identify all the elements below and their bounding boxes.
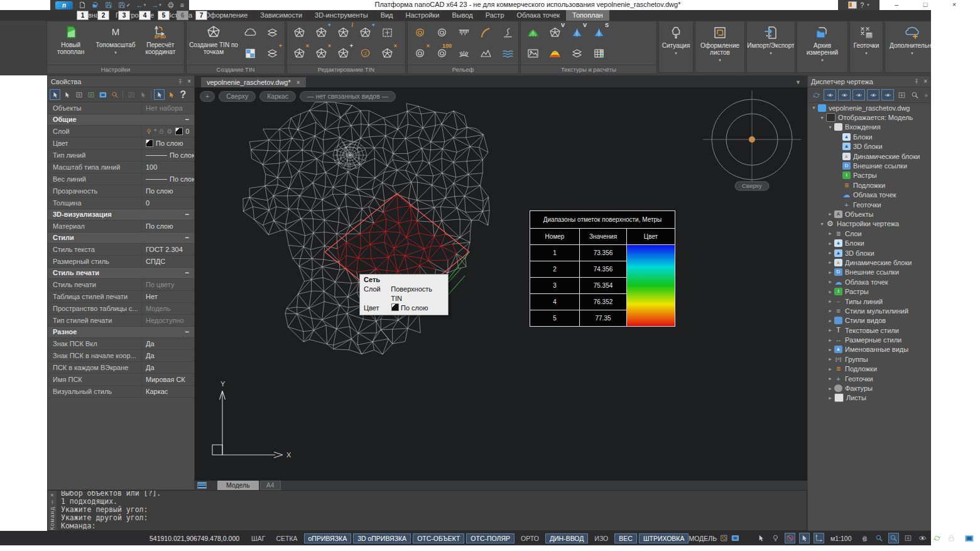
- toggle-отс-поляр[interactable]: ОТС-ПОЛЯР: [466, 533, 514, 543]
- property-value[interactable]: По слою: [142, 150, 194, 161]
- select-on-drawing-icon[interactable]: [896, 89, 907, 101]
- tree-item[interactable]: +Геоточки: [808, 200, 930, 209]
- tab-list-dropdown-icon[interactable]: ▼: [795, 79, 801, 87]
- property-value[interactable]: 0: [142, 197, 194, 209]
- paper-icon[interactable]: [731, 534, 739, 542]
- properties-section[interactable]: Стиль печати−: [48, 268, 194, 279]
- expand-closed-icon[interactable]: ▸: [827, 211, 834, 217]
- expand-closed-icon[interactable]: ▸: [827, 376, 834, 381]
- zoom-window-icon[interactable]: [888, 533, 899, 543]
- tree-item[interactable]: ▸↔Размерные стили: [808, 335, 930, 344]
- new-file-icon[interactable]: [79, 1, 86, 9]
- close-document-icon[interactable]: ×: [297, 79, 300, 86]
- property-value[interactable]: Нет: [142, 291, 194, 302]
- contour-delete-icon[interactable]: ×: [409, 43, 431, 63]
- toggle-вес[interactable]: ВЕС: [614, 533, 637, 543]
- property-value[interactable]: ГОСТ 2.304: [142, 244, 194, 255]
- tin-flip-edge-icon[interactable]: ×: [376, 43, 398, 63]
- property-value[interactable]: Мировая СК: [142, 374, 194, 385]
- clear-selection-icon[interactable]: [166, 89, 177, 100]
- property-value[interactable]: 100: [142, 161, 194, 173]
- expand-closed-icon[interactable]: ▸: [827, 250, 834, 256]
- tab-a4[interactable]: А4: [260, 481, 281, 490]
- tree-item[interactable]: ▸▲3D блоки: [808, 248, 930, 258]
- tab-вывод[interactable]: Вывод: [445, 10, 479, 21]
- find-icon[interactable]: [909, 89, 920, 101]
- property-value[interactable]: *0: [142, 126, 194, 137]
- tin-delete-point-icon[interactable]: ×: [288, 43, 310, 63]
- viewport-linked-views[interactable]: — нет связанных видов —: [300, 91, 396, 102]
- command-prompt[interactable]: Команда:: [61, 522, 807, 530]
- help-icon[interactable]: ?: [178, 89, 188, 100]
- apply-selection-icon[interactable]: [138, 89, 148, 100]
- property-value[interactable]: Каркас: [142, 386, 194, 397]
- contour-label-icon[interactable]: [431, 22, 453, 43]
- select-group-icon[interactable]: [126, 89, 136, 100]
- toggle-опривязка[interactable]: оПРИВЯЗКА: [304, 533, 352, 543]
- nanocad-logo-icon[interactable]: n: [55, 1, 73, 9]
- sheet-list-icon[interactable]: [195, 482, 209, 489]
- tin-boundary-icon[interactable]: [288, 22, 310, 43]
- tree-item[interactable]: DВнешние ссылки: [808, 161, 930, 170]
- toggle-шаг[interactable]: ШАГ: [247, 533, 270, 543]
- tree-item[interactable]: ▾Вхождения: [808, 123, 930, 132]
- property-value[interactable]: Нет набора: [142, 102, 194, 114]
- refresh-icon[interactable]: [810, 89, 822, 101]
- tab-вид[interactable]: Вид: [374, 10, 400, 21]
- show-blocks-icon[interactable]: [838, 89, 851, 101]
- tree-item[interactable]: ▾Отображается: Модель: [808, 112, 930, 122]
- property-value[interactable]: По слою: [142, 173, 194, 185]
- tree-item[interactable]: ▸Стили видов: [808, 316, 930, 325]
- close-panel-icon[interactable]: ×: [923, 78, 927, 85]
- pin-icon[interactable]: [913, 79, 920, 85]
- property-value[interactable]: Да: [142, 350, 194, 361]
- property-value[interactable]: Да: [142, 362, 194, 373]
- collapse-icon[interactable]: −: [185, 209, 189, 220]
- create-tin-by-points-button[interactable]: Создание TIN по точкам: [188, 22, 239, 65]
- expand-closed-icon[interactable]: ▸: [827, 318, 834, 324]
- volume-between-icon[interactable]: V: [566, 22, 588, 43]
- select-crossing-icon[interactable]: [85, 89, 96, 100]
- expand-closed-icon[interactable]: ▸: [827, 270, 834, 275]
- property-value[interactable]: По слою: [142, 221, 194, 232]
- water-flow-icon[interactable]: [497, 43, 519, 63]
- drawing-canvas[interactable]: Сверху Y X + Сверху Каркас — нет связанн…: [195, 87, 807, 481]
- tree-item[interactable]: ▸DВнешние ссылки: [808, 268, 930, 277]
- layout-icon[interactable]: [720, 534, 728, 542]
- tin-wireframe[interactable]: [243, 102, 489, 354]
- pin-icon[interactable]: [50, 500, 55, 505]
- open-file-icon[interactable]: [92, 1, 99, 9]
- filter-icon[interactable]: [109, 89, 120, 100]
- recalc-coordinates-button[interactable]: Пересчёт координат: [138, 22, 183, 65]
- selection-mode-icon[interactable]: [799, 533, 810, 543]
- model-space-label[interactable]: МОДЕЛЬ: [689, 535, 717, 542]
- show-objects-icon[interactable]: [852, 89, 865, 101]
- viewport-add-button[interactable]: +: [200, 91, 215, 102]
- slope-rake-icon[interactable]: [453, 43, 475, 63]
- tab-построение[interactable]: Построение: [109, 10, 160, 21]
- tree-item[interactable]: ▸--Типы линий: [808, 297, 930, 306]
- properties-section[interactable]: Разное−: [48, 327, 194, 338]
- close-button[interactable]: ×: [945, 0, 964, 10]
- undo-button[interactable]: ←▾: [136, 1, 146, 9]
- zoom-object-icon[interactable]: [903, 533, 913, 543]
- tab-зависимости[interactable]: Зависимости: [254, 10, 308, 21]
- expand-closed-icon[interactable]: ▸: [827, 386, 834, 391]
- additional-button[interactable]: Дополнительно▾: [885, 21, 931, 73]
- toggle-штриховка[interactable]: ШТРИХОВКА: [639, 533, 689, 543]
- geopoints-button[interactable]: Геоточки▾: [849, 21, 883, 73]
- contours-icon[interactable]: [409, 22, 431, 43]
- regen-icon[interactable]: [932, 533, 942, 543]
- toggle-3d-опривязка[interactable]: 3D оПРИВЯЗКА: [353, 533, 411, 543]
- relief-profile-icon[interactable]: [475, 43, 497, 63]
- surface-texture-icon[interactable]: [522, 22, 544, 43]
- tree-item[interactable]: ▸+Геоточки: [808, 374, 930, 383]
- tree-item[interactable]: ▸AОбъекты: [808, 209, 930, 219]
- tree-item[interactable]: ▸≡Подложки: [808, 364, 930, 374]
- expand-closed-icon[interactable]: ▸: [827, 366, 834, 372]
- toggle-дин-ввод[interactable]: ДИН-ВВОД: [545, 533, 588, 543]
- collapse-icon[interactable]: −: [185, 114, 189, 125]
- collapse-icon[interactable]: −: [185, 268, 189, 278]
- viewport-view-button[interactable]: Сверху: [219, 91, 256, 102]
- tree-item[interactable]: IРастры: [808, 171, 930, 180]
